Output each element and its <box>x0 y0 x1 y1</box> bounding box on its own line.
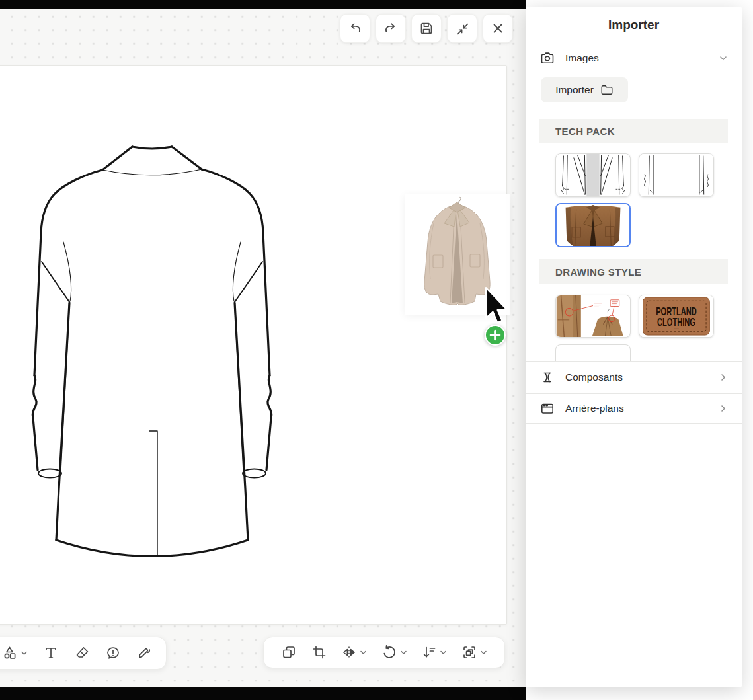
drawing-style-thumbnail-annotated-photo[interactable] <box>555 295 631 338</box>
drawing-style-thumbnail-portland-label[interactable]: PORTLAND CLOTHING <box>639 295 714 338</box>
label-text-line2: CLOTHING <box>657 316 695 329</box>
add-drop-indicator <box>485 325 506 346</box>
tech-pack-thumbnail-flat-back[interactable] <box>639 153 714 197</box>
drawing-style-thumbnail-partial[interactable] <box>555 344 631 361</box>
collapse-icon <box>455 21 469 36</box>
collapse-button[interactable] <box>447 14 477 43</box>
rotate-icon <box>381 644 397 660</box>
coat-back-flat-drawing[interactable] <box>0 119 304 568</box>
chevron-right-icon <box>719 404 728 413</box>
duplicate-button[interactable] <box>281 644 297 660</box>
crop-button[interactable] <box>311 644 327 660</box>
tech-pack-thumbnail-flat-front[interactable] <box>555 153 631 197</box>
crop-icon <box>311 644 327 660</box>
redo-icon <box>383 21 398 36</box>
chevron-down-icon <box>400 649 407 656</box>
folder-icon <box>600 83 614 97</box>
images-section-header[interactable]: Images <box>526 44 742 73</box>
plus-icon <box>489 329 501 341</box>
chevron-right-icon <box>719 373 728 382</box>
chevron-down-icon <box>440 649 447 656</box>
text-icon <box>43 645 59 661</box>
save-icon <box>419 21 434 36</box>
duplicate-icon <box>281 644 297 660</box>
redo-button[interactable] <box>376 14 406 43</box>
spool-icon <box>540 370 555 385</box>
arrange-icon <box>421 644 437 660</box>
panel-title: Importer <box>526 7 742 44</box>
flip-horizontal-icon <box>341 644 357 660</box>
undo-icon <box>348 21 362 36</box>
sidebar-item-composants[interactable]: Composants <box>526 361 742 393</box>
close-button[interactable] <box>483 14 513 43</box>
window-edge-top <box>0 0 526 9</box>
arrange-button[interactable] <box>421 644 447 660</box>
eraser-tool-button[interactable] <box>74 645 90 661</box>
shapes-tool-button[interactable] <box>2 645 28 661</box>
chevron-down-icon <box>480 649 487 656</box>
sidebar-item-arriere-plans[interactable]: Arrière-plans <box>526 393 742 424</box>
chevron-down-icon <box>20 650 28 657</box>
eraser-icon <box>74 645 90 661</box>
camera-icon <box>540 51 555 65</box>
comment-tool-button[interactable] <box>105 645 121 661</box>
window-edge-bottom <box>0 687 526 700</box>
undo-button[interactable] <box>340 14 370 43</box>
comment-icon <box>105 645 121 661</box>
drawing-style-title: DRAWING STYLE <box>555 266 641 278</box>
close-icon <box>491 22 504 35</box>
import-panel: Importer Images Importer TECH PACK <box>526 7 742 687</box>
save-button[interactable] <box>411 14 442 43</box>
tech-pack-section-header: TECH PACK <box>539 119 728 143</box>
import-images-button[interactable]: Importer <box>541 77 628 102</box>
import-button-label: Importer <box>555 84 594 96</box>
drawing-style-section-header: DRAWING STYLE <box>539 259 728 284</box>
images-section-label: Images <box>565 52 719 64</box>
rotate-button[interactable] <box>381 644 407 660</box>
group-button[interactable] <box>461 644 487 660</box>
chevron-down-icon[interactable] <box>719 54 728 63</box>
flip-horizontal-button[interactable] <box>341 644 367 660</box>
chevron-down-icon <box>360 649 367 656</box>
group-icon <box>461 644 477 660</box>
text-tool-button[interactable] <box>43 645 59 661</box>
app-root: Importer Images Importer TECH PACK <box>0 0 753 700</box>
tech-pack-thumbnail-camel-coat-selected[interactable] <box>555 203 631 247</box>
draw-toolbar <box>0 637 167 670</box>
shapes-icon <box>2 645 18 661</box>
tech-pack-title: TECH PACK <box>555 126 615 137</box>
top-toolbar <box>340 14 513 43</box>
pen-tool-button[interactable] <box>136 645 152 661</box>
sidebar-item-label: Arrière-plans <box>565 403 719 414</box>
window-icon <box>540 401 555 416</box>
pen-icon <box>136 645 152 661</box>
sidebar-item-label: Composants <box>565 371 719 383</box>
mouse-cursor <box>485 287 508 325</box>
transform-toolbar <box>263 637 505 668</box>
